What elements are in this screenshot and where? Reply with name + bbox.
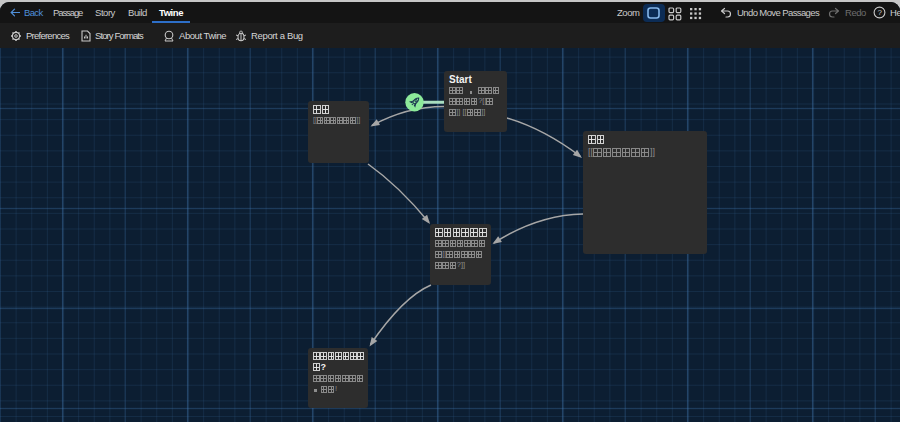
svg-text:?: ?	[878, 8, 883, 17]
